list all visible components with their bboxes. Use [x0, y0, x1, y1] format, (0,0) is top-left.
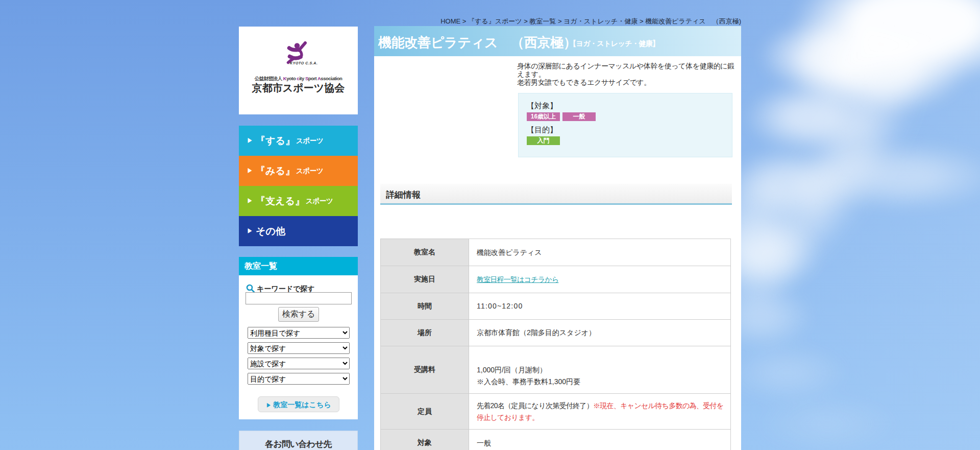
- svg-text:KYOTO C.S.A.: KYOTO C.S.A.: [290, 61, 318, 65]
